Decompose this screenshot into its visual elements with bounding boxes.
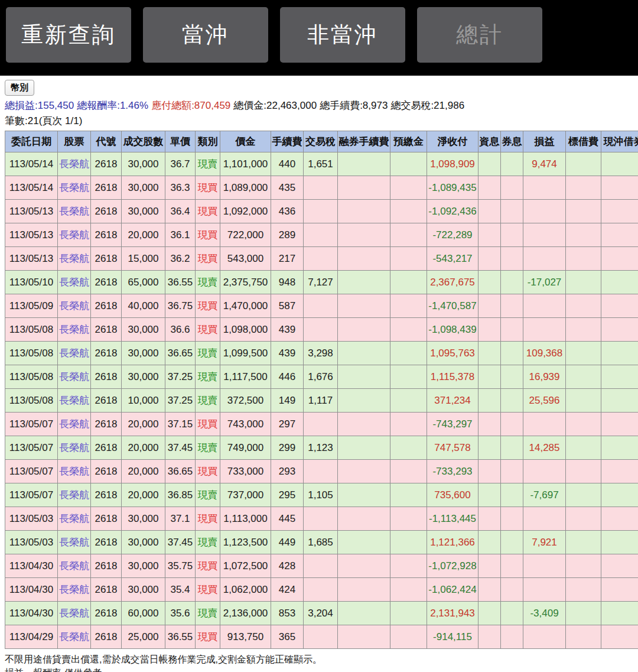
cell-borrow_fee — [566, 436, 601, 460]
cell-stock[interactable]: 長榮航 — [58, 342, 91, 365]
cell-tax — [304, 554, 338, 578]
cell-stock[interactable]: 長榮航 — [58, 318, 91, 342]
table-row: 113/04/30長榮航261830,00035.75現買1,072,50042… — [5, 554, 638, 578]
non-daytrade-button[interactable]: 非當沖 — [280, 7, 405, 63]
cell-borrow_fee — [566, 483, 601, 507]
cell-margin_fee — [338, 271, 390, 294]
cell-lend_interest — [501, 413, 523, 436]
cell-net: 747,578 — [427, 436, 479, 460]
cell-lend_interest — [501, 152, 523, 176]
col-date: 委託日期 — [5, 131, 58, 152]
cell-price: 36.85 — [165, 483, 196, 507]
cell-shares: 20,000 — [122, 436, 165, 460]
table-row: 113/05/14長榮航261830,00036.3現買1,089,000435… — [5, 176, 638, 200]
cell-amount: 543,000 — [220, 247, 271, 271]
cell-price: 36.55 — [165, 271, 196, 294]
cell-stock_interest — [479, 318, 501, 342]
cell-shares: 15,000 — [122, 247, 165, 271]
cell-shares: 30,000 — [122, 531, 165, 554]
cell-stock[interactable]: 長榮航 — [58, 200, 91, 223]
cell-margin_fee — [338, 318, 390, 342]
cell-tax — [304, 625, 338, 649]
col-tax: 交易稅 — [304, 131, 338, 152]
cell-fee: 439 — [271, 342, 304, 365]
cell-stock[interactable]: 長榮航 — [58, 294, 91, 318]
cell-fee: 435 — [271, 176, 304, 200]
cell-net: -914,115 — [427, 625, 479, 649]
cell-stock[interactable]: 長榮航 — [58, 247, 91, 271]
cell-net: -1,470,587 — [427, 294, 479, 318]
cell-fee: 428 — [271, 554, 304, 578]
cell-code: 2618 — [91, 483, 122, 507]
cell-stock[interactable]: 長榮航 — [58, 152, 91, 176]
daytrade-button[interactable]: 當沖 — [143, 7, 268, 63]
cell-stock[interactable]: 長榮航 — [58, 625, 91, 649]
cell-profit: -17,027 — [523, 271, 566, 294]
cell-code: 2618 — [91, 531, 122, 554]
cell-price: 35.6 — [165, 602, 196, 625]
cell-type: 現賣 — [196, 365, 220, 389]
cell-type: 現買 — [196, 294, 220, 318]
cell-margin_fee — [338, 602, 390, 625]
cell-type: 現買 — [196, 578, 220, 602]
cell-net: -1,098,439 — [427, 318, 479, 342]
table-row: 113/04/30長榮航261860,00035.6現賣2,136,000853… — [5, 602, 638, 625]
cell-stock[interactable]: 長榮航 — [58, 554, 91, 578]
cell-stock_interest — [479, 625, 501, 649]
cell-fee: 948 — [271, 271, 304, 294]
cell-net: 1,121,366 — [427, 531, 479, 554]
cell-stock[interactable]: 長榮航 — [58, 413, 91, 436]
cell-shares: 65,000 — [122, 271, 165, 294]
cell-type: 現賣 — [196, 436, 220, 460]
cell-date: 113/04/30 — [5, 602, 58, 625]
cell-fee: 449 — [271, 531, 304, 554]
col-profit: 損益 — [523, 131, 566, 152]
cell-stock[interactable]: 長榮航 — [58, 365, 91, 389]
cell-stock[interactable]: 長榮航 — [58, 602, 91, 625]
cell-stock[interactable]: 長榮航 — [58, 389, 91, 413]
cell-stock_interest — [479, 578, 501, 602]
cell-daytrade_lend_fee — [601, 602, 638, 625]
cell-amount: 1,098,000 — [220, 318, 271, 342]
cell-tax — [304, 578, 338, 602]
table-row: 113/04/30長榮航261830,00035.4現買1,062,000424… — [5, 578, 638, 602]
cell-stock[interactable]: 長榮航 — [58, 176, 91, 200]
col-lend_interest: 券息 — [501, 131, 523, 152]
cell-stock[interactable]: 長榮航 — [58, 531, 91, 554]
cell-stock[interactable]: 長榮航 — [58, 271, 91, 294]
currency-button[interactable]: 幣別 — [5, 80, 34, 96]
cell-fee: 436 — [271, 200, 304, 223]
cell-daytrade_lend_fee — [601, 413, 638, 436]
trades-table-wrap[interactable]: 委託日期股票代號成交股數單價類別價金手續費交易稅融券手續費預繳金淨收付資息券息損… — [5, 131, 638, 649]
cell-stock_interest — [479, 152, 501, 176]
cell-price: 37.45 — [165, 436, 196, 460]
cell-stock[interactable]: 長榮航 — [58, 483, 91, 507]
cell-date: 113/05/08 — [5, 365, 58, 389]
cell-stock_interest — [479, 507, 501, 531]
col-price: 單價 — [165, 131, 196, 152]
table-row: 113/05/08長榮航261830,00036.65現賣1,099,50043… — [5, 342, 638, 365]
cell-amount: 749,000 — [220, 436, 271, 460]
cell-price: 37.15 — [165, 413, 196, 436]
requery-button[interactable]: 重新查詢 — [6, 7, 131, 63]
cell-date: 113/05/07 — [5, 483, 58, 507]
cell-stock[interactable]: 長榮航 — [58, 507, 91, 531]
cell-prepaid — [390, 152, 427, 176]
cell-daytrade_lend_fee — [601, 152, 638, 176]
cell-profit — [523, 554, 566, 578]
table-row: 113/05/09長榮航261840,00036.75現買1,470,00058… — [5, 294, 638, 318]
cell-profit — [523, 247, 566, 271]
cell-stock[interactable]: 長榮航 — [58, 436, 91, 460]
cell-fee: 439 — [271, 318, 304, 342]
cell-stock[interactable]: 長榮航 — [58, 460, 91, 483]
cell-tax: 1,676 — [304, 365, 338, 389]
cell-stock[interactable]: 長榮航 — [58, 578, 91, 602]
cell-daytrade_lend_fee — [601, 247, 638, 271]
cell-stock[interactable]: 長榮航 — [58, 223, 91, 247]
cell-borrow_fee — [566, 176, 601, 200]
cell-fee: 440 — [271, 152, 304, 176]
cell-code: 2618 — [91, 436, 122, 460]
cell-price: 36.4 — [165, 200, 196, 223]
footer-note-2: 損益、報酬率,僅供參考 — [5, 666, 638, 672]
cell-daytrade_lend_fee — [601, 460, 638, 483]
